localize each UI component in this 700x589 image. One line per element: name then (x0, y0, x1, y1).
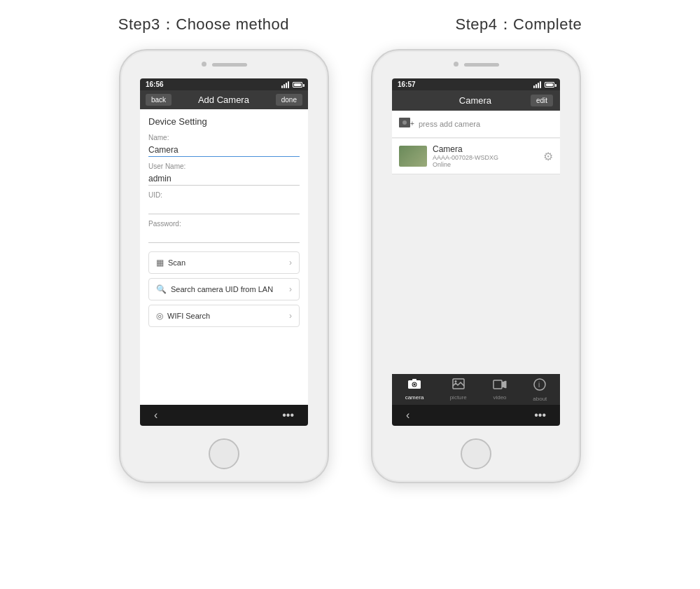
signal-bar-8 (540, 81, 541, 88)
camera-status: Online (433, 161, 498, 168)
phones-container: 16:56 back Add Camera done (119, 49, 581, 483)
camera-list-item[interactable]: Camera AAAA-007028-WSDXG Online ⚙ (392, 139, 560, 174)
wifi-search-label: WIFI Search (167, 312, 210, 320)
phone2-screen: 16:57 Camera edit (392, 78, 560, 426)
tab-video[interactable]: video (493, 378, 507, 402)
battery-fill-1 (294, 83, 301, 86)
password-field: Password: (148, 220, 300, 243)
search-icon: 🔍 (156, 284, 167, 294)
scan-label: Scan (168, 258, 186, 267)
signal-bar-3 (286, 83, 287, 88)
video-tab-label: video (493, 394, 506, 401)
wifi-search-button[interactable]: ◎ WIFI Search › (148, 305, 300, 327)
home-button-2[interactable] (461, 438, 491, 469)
signal-bar-2 (284, 84, 285, 88)
tab-camera[interactable]: camera (405, 378, 424, 402)
phone1-bottom (120, 426, 328, 482)
signal-bar-5 (533, 85, 535, 88)
done-button[interactable]: done (276, 94, 302, 106)
status-time-2: 16:57 (398, 81, 416, 88)
signal-bar-6 (536, 84, 537, 88)
step4-title: Step4：Complete (456, 14, 582, 35)
svg-text:i: i (538, 381, 540, 389)
home-button-1[interactable] (209, 438, 239, 469)
username-input[interactable] (148, 172, 300, 186)
status-right-1 (281, 81, 302, 88)
signal-bars-2 (533, 81, 541, 88)
phone1-back-btn[interactable]: ‹ (154, 409, 158, 422)
search-uid-btn-left: 🔍 Search camera UID from LAN (156, 284, 273, 294)
svg-rect-6 (412, 379, 416, 381)
front-camera-dot-2 (454, 62, 458, 67)
back-button[interactable]: back (146, 94, 172, 106)
password-input[interactable] (148, 230, 300, 243)
signal-bar-7 (538, 83, 539, 88)
name-input[interactable] (148, 144, 300, 157)
edit-button[interactable]: edit (531, 95, 553, 106)
status-right-2 (533, 81, 554, 88)
front-camera-dot-1 (202, 62, 206, 67)
svg-rect-9 (493, 380, 502, 389)
uid-field: UID: (148, 191, 300, 214)
camera-info: Camera AAAA-007028-WSDXG Online (433, 144, 498, 168)
svg-text:+: + (410, 120, 414, 127)
signal-bar-4 (288, 81, 289, 88)
camera-thumb-inner (399, 146, 427, 167)
phone1-bottom-nav: ‹ ••• (140, 405, 308, 426)
uid-input[interactable] (148, 201, 300, 214)
svg-point-1 (402, 120, 407, 125)
screen2-content: + press add camera Camera AAAA-007028-WS… (392, 111, 560, 374)
phone2-bottom (372, 426, 580, 482)
wifi-btn-left: ◎ WIFI Search (156, 311, 210, 321)
search-uid-chevron: › (289, 284, 292, 294)
password-label: Password: (148, 220, 300, 228)
search-uid-button[interactable]: 🔍 Search camera UID from LAN › (148, 278, 300, 300)
video-tab-icon (493, 378, 507, 393)
tab-bar: camera picture (392, 374, 560, 405)
phone2-top (372, 50, 580, 78)
press-add-text: press add camera (419, 120, 480, 128)
tab-about[interactable]: i about (533, 378, 547, 402)
camera-tab-icon (407, 378, 421, 393)
tab-picture[interactable]: picture (450, 378, 467, 402)
step3-title: Step3：Choose method (118, 14, 289, 35)
device-setting-title: Device Setting (148, 116, 300, 127)
name-label: Name: (148, 134, 300, 141)
camera-thumbnail (399, 146, 427, 167)
picture-tab-label: picture (450, 394, 467, 401)
press-add-row[interactable]: + press add camera (392, 111, 560, 138)
svg-point-5 (413, 383, 416, 386)
speaker-1 (212, 63, 247, 67)
scan-btn-left: ▦ Scan (156, 258, 186, 268)
battery-fill-2 (546, 83, 553, 86)
nav-bar-1: back Add Camera done (140, 90, 308, 109)
username-label: User Name: (148, 162, 300, 170)
nav-title-2: Camera (459, 95, 491, 106)
nav-bar-2: Camera edit (392, 90, 560, 111)
phone1: 16:56 back Add Camera done (119, 49, 329, 483)
phone1-dots-btn[interactable]: ••• (282, 409, 294, 422)
battery-icon-2 (545, 82, 554, 88)
svg-point-8 (454, 380, 456, 382)
add-camera-icon: + (399, 116, 414, 132)
camera-uid: AAAA-007028-WSDXG (433, 154, 498, 161)
wifi-chevron: › (289, 311, 292, 321)
status-bar-1: 16:56 (140, 78, 308, 90)
status-bar-2: 16:57 (392, 78, 560, 90)
camera-name: Camera (433, 144, 498, 154)
signal-bar-1 (281, 85, 283, 88)
phone1-screen: 16:56 back Add Camera done (140, 78, 308, 426)
methods-section: ▦ Scan › 🔍 Search camera UID from LAN › (148, 251, 300, 327)
name-field: Name: (148, 134, 300, 157)
uid-label: UID: (148, 191, 300, 199)
phone2-dots-btn[interactable]: ••• (534, 409, 546, 422)
nav-title-1: Add Camera (198, 95, 249, 105)
gear-icon[interactable]: ⚙ (543, 150, 553, 163)
phone2-back-btn[interactable]: ‹ (406, 409, 410, 422)
scan-chevron: › (289, 258, 292, 268)
scan-button[interactable]: ▦ Scan › (148, 251, 300, 274)
wifi-icon: ◎ (156, 311, 163, 321)
signal-bars-1 (281, 81, 289, 88)
scan-icon: ▦ (156, 258, 164, 268)
phone1-top (120, 50, 328, 78)
